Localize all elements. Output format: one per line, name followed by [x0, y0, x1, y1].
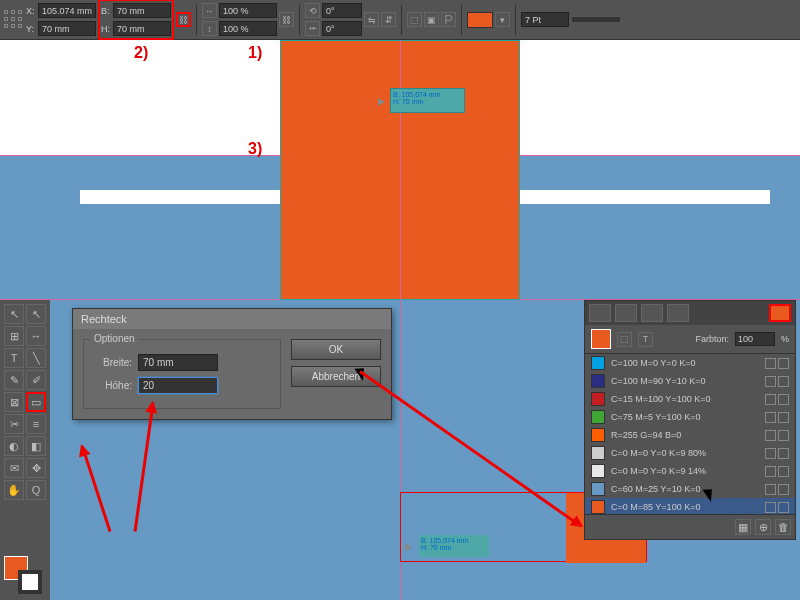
tab-3[interactable]: [641, 304, 663, 322]
stroke-weight-input[interactable]: [521, 12, 569, 27]
swatch-row[interactable]: C=0 M=0 Y=0 K=9 14%: [585, 462, 795, 480]
scissors-tool[interactable]: ✂: [4, 414, 24, 434]
fill-swatch[interactable]: [467, 12, 493, 28]
swatch-chip: [591, 482, 605, 496]
stroke-style[interactable]: [571, 16, 621, 23]
scale-y-input[interactable]: [219, 21, 277, 36]
selection-tool[interactable]: ↖: [4, 304, 24, 324]
y-label: Y:: [26, 24, 36, 34]
tab-1[interactable]: [589, 304, 611, 322]
swatch-chip: [591, 428, 605, 442]
swatch-chip: [591, 410, 605, 424]
swatch-row[interactable]: C=15 M=100 Y=100 K=0: [585, 390, 795, 408]
rotate-input[interactable]: [322, 3, 362, 18]
tooltip-height: H: 70 mm: [393, 98, 462, 105]
x-input[interactable]: [38, 3, 96, 18]
swatch-chip: [591, 446, 605, 460]
scale-y-icon: ↕: [202, 21, 217, 36]
flip-v-icon[interactable]: ⇵: [381, 12, 396, 27]
container-format-icon[interactable]: ⬚: [617, 332, 632, 347]
annotation-2: 2): [134, 44, 148, 62]
swatch-name: C=15 M=100 Y=100 K=0: [611, 394, 759, 404]
swatch-row[interactable]: C=60 M=25 Y=10 K=0: [585, 480, 795, 498]
height-label: H:: [101, 24, 111, 34]
swatch-name: C=100 M=90 Y=10 K=0: [611, 376, 759, 386]
new-swatch-icon[interactable]: ⊕: [755, 519, 771, 535]
swatch-row[interactable]: C=100 M=90 Y=10 K=0: [585, 372, 795, 390]
text-format-icon[interactable]: T: [638, 332, 653, 347]
swatch-name: C=60 M=25 Y=10 K=0: [611, 484, 759, 494]
reference-point[interactable]: [4, 10, 24, 30]
link-scale-icon[interactable]: ⛓: [279, 12, 294, 27]
swatch-name: C=0 M=0 Y=0 K=9 14%: [611, 466, 759, 476]
color-type-icon: [778, 466, 789, 477]
swatch-view-icon[interactable]: ▦: [735, 519, 751, 535]
y-input[interactable]: [38, 21, 96, 36]
swatch-row[interactable]: C=0 M=85 Y=100 K=0: [585, 498, 795, 514]
color-type-icon: [778, 412, 789, 423]
swatch-name: C=0 M=85 Y=100 K=0: [611, 502, 759, 512]
swatch-name: C=0 M=0 Y=0 K=9 80%: [611, 448, 759, 458]
flip-h-icon[interactable]: ⇋: [364, 12, 379, 27]
percent-symbol: %: [781, 334, 789, 344]
panel-fill-proxy[interactable]: [591, 329, 611, 349]
options-legend: Optionen: [90, 333, 139, 344]
shear-input[interactable]: [322, 21, 362, 36]
select-content-icon[interactable]: ▣: [424, 12, 439, 27]
swatch-chip: [591, 500, 605, 514]
tab-4[interactable]: [667, 304, 689, 322]
vertical-guide: [400, 40, 401, 300]
canvas-upper[interactable]: B: 105,074 mm H: 70 mm: [0, 40, 800, 300]
width-input[interactable]: [113, 3, 171, 18]
zoom-tool[interactable]: Q: [26, 480, 46, 500]
swatch-row[interactable]: C=75 M=5 Y=100 K=0: [585, 408, 795, 426]
scale-x-input[interactable]: [219, 3, 277, 18]
line-tool[interactable]: ╲: [26, 348, 46, 368]
panel-tabs: [585, 301, 795, 325]
link-wh-icon[interactable]: ⛓: [176, 12, 191, 27]
hand-tool[interactable]: ✋: [4, 480, 24, 500]
cursor-tooltip-2: B: 105,074 mm H: 70 mm: [419, 535, 489, 557]
ok-button[interactable]: OK: [291, 339, 381, 360]
swatch-list[interactable]: C=100 M=0 Y=0 K=0C=100 M=90 Y=10 K=0C=15…: [585, 354, 795, 514]
direct-selection-tool[interactable]: ↖: [26, 304, 46, 324]
dlg-width-input[interactable]: [138, 354, 218, 371]
height-input[interactable]: [113, 21, 171, 36]
gradient-tool[interactable]: ◐: [4, 436, 24, 456]
color-type-icon: [778, 448, 789, 459]
pen-tool[interactable]: ✎: [4, 370, 24, 390]
gradient-feather-tool[interactable]: ◧: [26, 436, 46, 456]
dlg-height-input[interactable]: [138, 377, 218, 394]
rectangle-tool[interactable]: ▭: [26, 392, 46, 412]
transform-tool[interactable]: ≡: [26, 414, 46, 434]
frame-tool[interactable]: ⊠: [4, 392, 24, 412]
annotation-1: 1): [248, 44, 262, 62]
type-tool[interactable]: T: [4, 348, 24, 368]
dialog-title: Rechteck: [73, 309, 391, 329]
eyedropper-tool[interactable]: ✥: [26, 458, 46, 478]
paragraph-icon[interactable]: P: [441, 12, 456, 27]
pencil-tool[interactable]: ✐: [26, 370, 46, 390]
color-model-icon: [765, 358, 776, 369]
note-tool[interactable]: ✉: [4, 458, 24, 478]
active-color-tab[interactable]: [769, 304, 791, 322]
delete-swatch-icon[interactable]: 🗑: [775, 519, 791, 535]
select-container-icon[interactable]: ⬚: [407, 12, 422, 27]
cursor-icon-2: [706, 486, 718, 502]
dropdown-icon[interactable]: ▾: [495, 12, 510, 27]
swatch-row[interactable]: C=0 M=0 Y=0 K=9 80%: [585, 444, 795, 462]
tint-input[interactable]: [735, 332, 775, 346]
tab-2[interactable]: [615, 304, 637, 322]
fill-stroke-proxy[interactable]: [4, 556, 44, 596]
color-model-icon: [765, 502, 776, 513]
page-tool[interactable]: ⊞: [4, 326, 24, 346]
swatch-chip: [591, 356, 605, 370]
swatch-chip: [591, 392, 605, 406]
swatch-row[interactable]: R=255 G=94 B=0: [585, 426, 795, 444]
color-type-icon: [778, 484, 789, 495]
stroke-box[interactable]: [18, 570, 42, 594]
swatch-row[interactable]: C=100 M=0 Y=0 K=0: [585, 354, 795, 372]
swatch-name: C=75 M=5 Y=100 K=0: [611, 412, 759, 422]
cursor-tooltip: B: 105,074 mm H: 70 mm: [390, 88, 465, 113]
gap-tool[interactable]: ↔: [26, 326, 46, 346]
